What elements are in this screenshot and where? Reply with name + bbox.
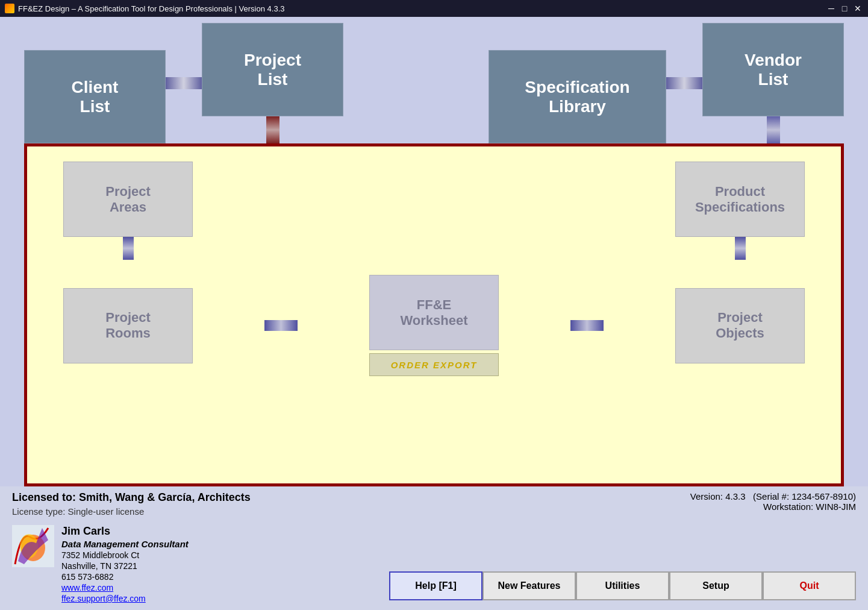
diagram-area: Client List Project List Specification L… [0,17,868,486]
contact-email[interactable]: ffez.support@ffez.com [61,594,189,603]
workstation-text: Workstation: WIN8-JIM [763,502,856,512]
order-export-button[interactable]: ORDER EXPORT [369,353,499,376]
contact-website[interactable]: www.ffez.com [61,583,189,593]
project-objects-button[interactable]: Project Objects [675,288,805,363]
card-info: Jim Carls Data Management Consultant 735… [61,525,189,603]
serial-text: (Serial #: 1234-567-8910) [753,491,856,502]
project-areas-button[interactable]: Project Areas [63,162,193,237]
version-text: Version: 4.3.3 [690,491,746,502]
app-icon [5,4,14,13]
minimize-button[interactable]: ─ [826,3,837,14]
close-button[interactable]: ✕ [852,3,863,14]
ffe-worksheet-button[interactable]: FF&E Worksheet [369,275,499,350]
title-bar-controls: ─ □ ✕ [826,3,863,14]
product-specs-button[interactable]: Product Specifications [675,162,805,237]
bottom-buttons-row: Help [F1] New Features Utilities Setup Q… [389,571,856,610]
help-button[interactable]: Help [F1] [389,571,482,600]
title-bar: FF&EZ Design – A Specification Tool for … [0,0,868,17]
spec-library-col: Specification Library [489,50,666,143]
licensed-to: Licensed to: Smith, Wang & García, Archi… [12,491,251,504]
client-list-button[interactable]: Client List [24,50,166,143]
utilities-button[interactable]: Utilities [576,571,669,600]
contact-phone: 615 573-6882 [61,572,189,582]
setup-button[interactable]: Setup [669,571,763,600]
business-card: Jim Carls Data Management Consultant 735… [12,525,251,603]
quit-button[interactable]: Quit [763,571,856,600]
connector-worksheet-objects [570,320,604,331]
company-logo [12,525,54,567]
spec-library-button[interactable]: Specification Library [489,50,666,143]
contact-title: Data Management Consultant [61,539,189,549]
project-rooms-button[interactable]: Project Rooms [63,288,193,363]
title-bar-left: FF&EZ Design – A Specification Tool for … [5,4,284,13]
maximize-button[interactable]: □ [839,3,850,14]
connector-client-project [166,77,202,89]
bottom-right-area: Version: 4.3.3 (Serial #: 1234-567-8910)… [389,491,856,610]
connector-spec-vendor [666,77,702,89]
project-list-col: Project List [202,23,343,143]
connector-rooms-worksheet [264,320,298,331]
connector-areas-rooms [123,237,134,260]
vendor-list-col: Vendor List [702,23,844,143]
title-bar-text: FF&EZ Design – A Specification Tool for … [18,4,284,13]
contact-address2: Nashville, TN 37221 [61,561,189,571]
contact-name: Jim Carls [61,525,189,538]
status-left: Licensed to: Smith, Wang & García, Archi… [12,491,251,603]
vendor-list-button[interactable]: Vendor List [702,23,844,116]
version-info: Version: 4.3.3 (Serial #: 1234-567-8910)… [690,491,856,512]
project-list-button[interactable]: Project List [202,23,343,116]
contact-address1: 7352 Middlebrook Ct [61,550,189,560]
license-type: License type: Single-user license [12,506,251,517]
new-features-button[interactable]: New Features [482,571,576,600]
connector-project-down [266,116,279,143]
connector-specs-objects [735,237,746,260]
connector-vendor-down [767,116,780,143]
bottom-status-area: Licensed to: Smith, Wang & García, Archi… [0,486,868,610]
